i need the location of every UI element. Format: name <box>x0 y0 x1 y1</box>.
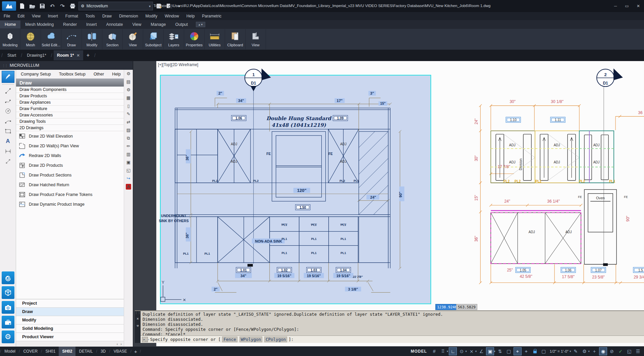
cmd-draw-hatched-return[interactable]: Draw Hatched Return <box>16 180 124 190</box>
viewport-icon[interactable]: ◱ <box>126 168 130 173</box>
list-item-draw-appliances[interactable]: Draw Appliances <box>16 99 124 106</box>
settings-dropdown-icon[interactable]: ▾ <box>588 350 590 353</box>
spiral-icon[interactable] <box>2 271 14 284</box>
option-fence[interactable]: Fence <box>222 337 237 342</box>
ribbon-button-modeling[interactable]: Modeling <box>0 29 20 49</box>
category-project[interactable]: Project <box>16 299 124 308</box>
workspace-combo[interactable]: ⚙ Microvellum ▾ <box>78 2 153 10</box>
save-button[interactable] <box>38 2 46 10</box>
restore-button[interactable]: ▭ <box>621 1 633 11</box>
rectangle-tool[interactable] <box>2 126 14 136</box>
clean-screen-icon[interactable]: ⊘ <box>608 347 616 355</box>
object-snap-icon[interactable]: ⌖ <box>514 347 522 355</box>
menu-tools[interactable]: Tools <box>82 14 99 18</box>
table-icon[interactable]: ▦ <box>126 95 130 101</box>
gear-icon[interactable]: ⚙ <box>2 330 14 343</box>
category-modify[interactable]: Modify <box>16 316 124 324</box>
panel-header[interactable]: ⋮⋮MICROVELLUM <box>0 61 133 70</box>
ribbon-button-modify[interactable]: Modify <box>82 29 102 49</box>
app-logo-icon[interactable] <box>2 1 16 11</box>
panel-menu-company-setup[interactable]: Company Setup <box>21 72 51 77</box>
briefcase-star-icon[interactable] <box>2 316 14 328</box>
ribbon-tab-insert[interactable]: Insert <box>82 20 101 29</box>
ribbon-button-view[interactable]: View <box>123 29 143 49</box>
isolate-objects-icon[interactable]: ◉ <box>599 347 607 355</box>
cad-canvas[interactable]: [+][Top][2D Wireframe] <box>133 61 644 346</box>
list-item-draw-room-components[interactable]: Draw Room Components <box>16 87 124 93</box>
cmd-draw-product-face-frame-tokens[interactable]: Draw Product Face Frame Tokens <box>16 190 124 199</box>
menu-format[interactable]: Format <box>62 14 82 18</box>
ribbon-button-subobject[interactable]: Subobject <box>143 29 164 49</box>
cmd-draw-2d-walls-plan-view[interactable]: Draw 2D Wall(s) Plan View <box>16 141 124 151</box>
ribbon-button-solid-edit[interactable]: Solid Edit... <box>41 29 61 49</box>
undo-dropdown[interactable]: ▾ <box>53 4 55 8</box>
dimension-tool[interactable] <box>2 146 14 156</box>
cmd-draw-product-sections[interactable]: Draw Product Sections <box>16 170 124 180</box>
print-button[interactable] <box>68 2 76 10</box>
polyline-tool[interactable] <box>2 96 14 106</box>
object-snap-3d-icon[interactable]: ⌖ <box>522 347 530 355</box>
menu-help[interactable]: Help <box>183 14 199 18</box>
polar-tracking-icon[interactable]: ⊙ <box>458 347 466 355</box>
close-button[interactable]: ✕ <box>633 1 644 11</box>
selection-cycling-icon[interactable]: ▢ <box>505 347 513 355</box>
ribbon-button-utilities[interactable]: Utilities <box>205 29 225 49</box>
layout-tab-model[interactable]: Model <box>1 347 19 356</box>
category-draw[interactable]: Draw <box>16 308 124 316</box>
annotation-visibility-icon[interactable]: ✎ <box>572 347 580 355</box>
ribbon-button-mesh[interactable]: Mesh <box>20 29 41 49</box>
layout-tab-sh01[interactable]: SH01 <box>42 347 59 356</box>
ortho-mode-icon[interactable]: ∟ <box>449 347 457 355</box>
viewport-label[interactable]: [+][Top][2D Wireframe] <box>158 62 198 67</box>
scroll-left-icon[interactable]: ‹ <box>117 342 118 346</box>
command-window[interactable]: ⋮⋮ ✕ ⚒ Duplicate definition of layer sta… <box>135 310 644 343</box>
curve-arrow-icon[interactable]: ↪ <box>127 176 130 182</box>
command-tools-icon[interactable]: ⚒ <box>137 323 139 328</box>
dynamic-ucs-icon[interactable]: ▣ <box>486 347 494 355</box>
layout-tab-vbase[interactable]: VBASE <box>110 347 130 356</box>
new-doc-tab-button[interactable]: + <box>83 52 93 58</box>
ribbon-tab-render[interactable]: Render <box>58 20 82 29</box>
text-tool[interactable]: A <box>2 136 14 146</box>
marker-tool[interactable] <box>2 71 14 83</box>
command-prompt-icon[interactable]: >_ <box>142 337 148 342</box>
sheet-icon[interactable]: ▣ <box>126 160 130 165</box>
new-file-button[interactable] <box>18 2 26 10</box>
annotation-scale-icon[interactable]: ▢ <box>540 347 548 355</box>
menu-window[interactable]: Window <box>161 14 183 18</box>
isodraft-icon[interactable]: ⨯ <box>468 347 476 355</box>
minimize-button[interactable]: ─ <box>610 1 621 11</box>
settings-gear-icon[interactable]: ⚙ <box>126 71 130 77</box>
grid-display-icon[interactable]: # <box>430 347 438 355</box>
list-item-2d-drawings[interactable]: 2D Drawings <box>16 125 124 131</box>
layout-tab-3d[interactable]: 3D <box>97 347 109 356</box>
lock-ui-icon[interactable] <box>531 347 539 355</box>
command-history[interactable]: Duplicate definition of layer state "_LA… <box>141 311 644 336</box>
page-icon[interactable]: ▯ <box>127 103 129 109</box>
dynamic-input-y[interactable]: 563.5829 <box>456 304 477 310</box>
menu-edit[interactable]: Edit <box>14 14 28 18</box>
list-item-draw-products[interactable]: Draw Products <box>16 93 124 99</box>
graphics-performance-icon[interactable]: ✓ <box>616 347 625 355</box>
menu-draw[interactable]: Draw <box>99 14 115 18</box>
cmd-draw-2d-wall-elevation[interactable]: Draw 2D Wall Elevation <box>16 131 124 141</box>
report-icon[interactable]: ▤ <box>126 79 130 85</box>
ucs-dropdown-icon[interactable]: ▾ <box>494 350 495 353</box>
snap-mode-icon[interactable]: ⠿ <box>439 347 447 355</box>
menu-parametric[interactable]: Parametric <box>198 14 225 18</box>
isodraft-dropdown-icon[interactable]: ▾ <box>475 350 477 353</box>
new-layout-button[interactable]: + <box>131 349 140 354</box>
snap-dropdown-icon[interactable]: ▾ <box>447 350 448 353</box>
command-close-icon[interactable]: ✕ <box>137 316 139 321</box>
fullscreen-icon[interactable]: ◱ <box>625 347 633 355</box>
undo-button[interactable]: ↶▾ <box>48 2 56 10</box>
cmd-redraw-2d-walls[interactable]: Redraw 2D Walls <box>16 151 124 160</box>
workspace-settings-icon[interactable]: ⚙ <box>580 347 588 355</box>
dynamic-input-x[interactable]: 1238.9246 <box>435 304 459 310</box>
ribbon-tab-view[interactable]: View <box>127 20 146 29</box>
cube-icon[interactable] <box>2 286 14 299</box>
ribbon-button-layers[interactable]: Layers <box>164 29 184 49</box>
edit-pencil-icon[interactable]: ✎ <box>127 111 130 117</box>
cmd-draw-2d-products[interactable]: Draw 2D Products <box>16 160 124 170</box>
scale-dropdown-icon[interactable]: ▾ <box>570 350 571 353</box>
